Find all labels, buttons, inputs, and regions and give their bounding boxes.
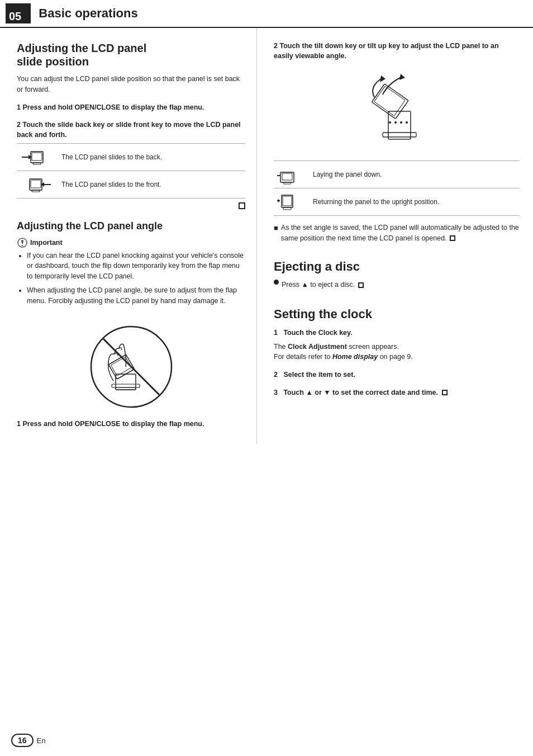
tilt-diagram bbox=[274, 67, 520, 150]
important-bullets: If you can hear the LCD panel knocking a… bbox=[27, 251, 245, 306]
step-3-left: 1 Press and hold OPEN/CLOSE to display t… bbox=[17, 419, 245, 429]
icon-tilt-up bbox=[274, 192, 307, 212]
heading-slide-position: Adjusting the LCD panelslide position bbox=[17, 41, 245, 68]
svg-rect-5 bbox=[30, 179, 42, 190]
heading-angle: Adjusting the LCD panel angle bbox=[17, 220, 245, 233]
tilt-down-icon-svg bbox=[276, 164, 305, 185]
tilt-icon-table: Laying the panel down. Returning the pan… bbox=[274, 160, 520, 216]
page-header: Section 05 Basic operations bbox=[0, 0, 533, 28]
page-number: 16 bbox=[11, 734, 34, 747]
stop-symbol-1 bbox=[17, 201, 245, 209]
section-number: 05 bbox=[9, 10, 27, 22]
svg-point-24 bbox=[406, 121, 408, 124]
circle-diagram bbox=[17, 314, 245, 412]
slide-back-icon bbox=[21, 147, 52, 167]
language-label: En bbox=[37, 736, 46, 745]
important-icon bbox=[17, 237, 28, 248]
svg-rect-30 bbox=[282, 173, 292, 180]
important-label: Important bbox=[17, 237, 245, 248]
section-box: Section 05 bbox=[6, 3, 31, 23]
slide-icon-table: The LCD panel slides to the back. The LC… bbox=[17, 143, 245, 199]
svg-marker-27 bbox=[380, 75, 386, 82]
heading-clock: Setting the clock bbox=[274, 307, 520, 322]
page-footer: 16 En bbox=[11, 734, 45, 747]
eject-bullet-icon bbox=[274, 280, 279, 285]
svg-rect-20 bbox=[383, 133, 416, 137]
icon-row-down: Laying the panel down. bbox=[274, 161, 520, 188]
svg-point-22 bbox=[394, 121, 397, 124]
svg-rect-18 bbox=[111, 357, 131, 376]
tilt-diagram-svg bbox=[341, 67, 453, 150]
page-title: Basic operations bbox=[39, 6, 137, 21]
svg-point-21 bbox=[389, 121, 391, 124]
eject-bullet-item: Press ▲ to eject a disc. bbox=[274, 280, 520, 290]
tilt-up-icon-svg bbox=[276, 192, 305, 212]
svg-rect-6 bbox=[31, 180, 41, 188]
step-1-left: 1 Press and hold OPEN/CLOSE to display t… bbox=[17, 103, 245, 113]
svg-point-23 bbox=[400, 121, 402, 124]
svg-rect-1 bbox=[32, 153, 42, 160]
svg-point-11 bbox=[22, 244, 23, 245]
icon-slide-front bbox=[17, 174, 56, 195]
svg-marker-4 bbox=[28, 155, 32, 159]
svg-marker-28 bbox=[399, 74, 405, 80]
icon-slide-back bbox=[17, 147, 56, 167]
left-column: Adjusting the LCD panelslide position Yo… bbox=[0, 28, 257, 444]
svg-rect-34 bbox=[283, 196, 292, 206]
step-2-left: 2 Touch the slide back key or slide fron… bbox=[17, 120, 245, 140]
icon-desc-front: The LCD panel slides to the front. bbox=[56, 181, 161, 188]
bullet-2: When adjusting the LCD panel angle, be s… bbox=[27, 285, 245, 306]
svg-rect-2 bbox=[33, 163, 41, 164]
svg-rect-0 bbox=[31, 152, 43, 163]
angle-note-text: As the set angle is saved, the LCD panel… bbox=[281, 223, 520, 244]
panel-diagram-svg bbox=[81, 314, 182, 412]
icon-row-front: The LCD panel slides to the front. bbox=[17, 171, 245, 199]
heading-eject: Ejecting a disc bbox=[274, 259, 520, 274]
right-column: 2 Touch the tilt down key or tilt up key… bbox=[257, 28, 533, 444]
main-content: Adjusting the LCD panelslide position Yo… bbox=[0, 28, 533, 444]
slide-front-icon bbox=[21, 174, 52, 195]
svg-rect-29 bbox=[280, 172, 294, 182]
svg-rect-7 bbox=[32, 190, 40, 192]
eject-text: Press ▲ to eject a disc. bbox=[282, 280, 364, 290]
clock-step-1-body: The Clock Adjustment screen appears. For… bbox=[274, 342, 520, 363]
icon-desc-back: The LCD panel slides to the back. bbox=[56, 153, 162, 161]
intro-text: You can adjust the LCD panel slide posit… bbox=[17, 74, 245, 95]
angle-note: ■ As the set angle is saved, the LCD pan… bbox=[274, 223, 520, 244]
icon-desc-up: Returning the panel to the upright posit… bbox=[307, 198, 439, 206]
section-label: Section bbox=[9, 4, 27, 10]
icon-row-up: Returning the panel to the upright posit… bbox=[274, 188, 520, 216]
svg-rect-31 bbox=[283, 182, 291, 184]
clock-step-1: 1 Touch the Clock key. bbox=[274, 328, 520, 338]
icon-row-back: The LCD panel slides to the back. bbox=[17, 144, 245, 171]
svg-marker-9 bbox=[41, 182, 44, 187]
step-r1: 2 Touch the tilt down key or tilt up key… bbox=[274, 41, 520, 61]
icon-tilt-down bbox=[274, 164, 307, 185]
svg-rect-25 bbox=[372, 84, 408, 119]
clock-step-2: 2 Select the item to set. bbox=[274, 370, 520, 380]
clock-step-3: 3 Touch ▲ or ▼ to set the correct date a… bbox=[274, 388, 520, 398]
icon-desc-down: Laying the panel down. bbox=[307, 171, 382, 178]
svg-rect-19 bbox=[388, 111, 411, 139]
bullet-1: If you can hear the LCD panel knocking a… bbox=[27, 251, 245, 282]
